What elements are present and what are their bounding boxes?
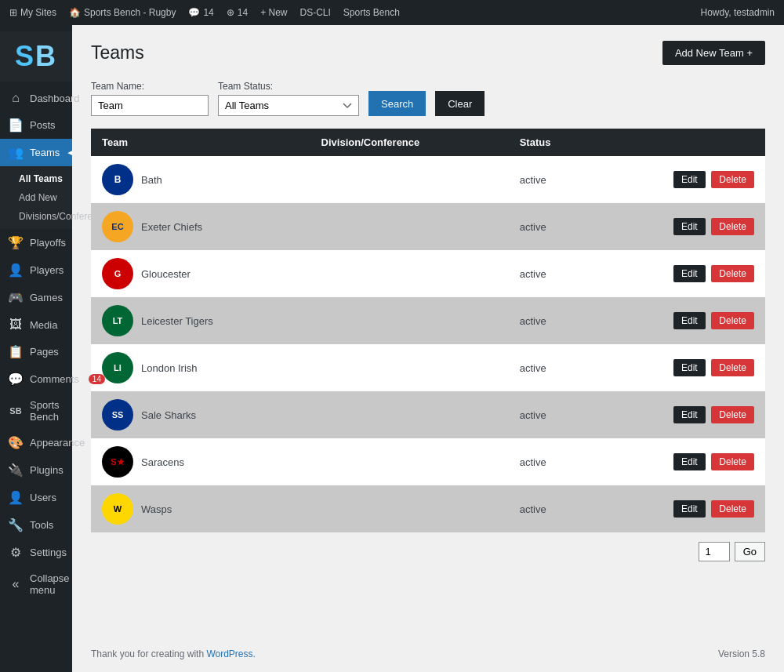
sidebar-players-label: Players (30, 264, 64, 276)
appearance-icon: 🎨 (8, 435, 24, 450)
adminbar-sports-bench[interactable]: Sports Bench (343, 7, 400, 18)
edit-button[interactable]: Edit (673, 171, 706, 188)
version-text: Version 5.8 (718, 648, 765, 659)
team-name: Wasps (141, 503, 172, 515)
team-logo: SS (102, 399, 133, 430)
teams-arrow: ◄ (66, 148, 74, 157)
sidebar-item-sports-bench[interactable]: SB Sports Bench (0, 393, 72, 429)
adminbar-updates[interactable]: ⊕ 14 (227, 7, 248, 18)
updates-icon: ⊕ (227, 7, 234, 18)
sidebar-item-pages[interactable]: 📋 Pages (0, 338, 72, 365)
sidebar-item-dashboard[interactable]: ⌂ Dashboard (0, 85, 72, 111)
adminbar-my-sites[interactable]: ⊞ My Sites (9, 7, 56, 18)
team-name-filter-group: Team Name: (91, 81, 209, 116)
delete-button[interactable]: Delete (711, 500, 754, 518)
sidebar-item-settings[interactable]: ⚙ Settings (0, 539, 72, 566)
edit-button[interactable]: Edit (673, 218, 706, 235)
sports-bench-icon: SB (8, 406, 24, 416)
sidebar: SB ⌂ Dashboard 📄 Posts 👥 Teams ◄ All Tea… (0, 25, 72, 672)
status-cell: active (509, 297, 597, 344)
actions-cell: Edit Delete (596, 250, 765, 297)
sidebar-item-tools[interactable]: 🔧 Tools (0, 511, 72, 539)
sidebar-collapse[interactable]: « Collapse menu (0, 566, 72, 602)
team-name: Saracens (141, 456, 184, 468)
sidebar-item-players[interactable]: 👤 Players (0, 256, 72, 284)
go-button[interactable]: Go (735, 542, 765, 561)
add-new-team-button[interactable]: Add New Team + (662, 41, 765, 65)
team-logo: G (102, 258, 133, 289)
adminbar-new[interactable]: + New (260, 7, 287, 18)
sidebar-item-media[interactable]: 🖼 Media (0, 311, 72, 338)
edit-button[interactable]: Edit (673, 453, 706, 470)
division-cell (310, 203, 509, 250)
team-status-select[interactable]: All Teams Active Inactive (218, 95, 359, 116)
division-cell (310, 391, 509, 438)
delete-button[interactable]: Delete (711, 406, 754, 423)
delete-button[interactable]: Delete (711, 312, 754, 329)
delete-button[interactable]: Delete (711, 265, 754, 282)
division-cell (310, 438, 509, 485)
status-cell: active (509, 485, 597, 532)
team-name: Sale Sharks (141, 409, 196, 421)
sidebar-item-games[interactable]: 🎮 Games (0, 284, 72, 311)
sidebar-item-playoffs[interactable]: 🏆 Playoffs (0, 229, 72, 256)
adminbar-ds-cli-label: DS-CLI (300, 7, 331, 18)
players-icon: 👤 (8, 263, 24, 278)
sidebar-item-users[interactable]: 👤 Users (0, 484, 72, 511)
sidebar-appearance-label: Appearance (30, 437, 85, 449)
sidebar-item-comments[interactable]: 💬 Comments 14 (0, 365, 72, 393)
adminbar-site-label: Sports Bench - Rugby (84, 7, 176, 18)
division-cell (310, 485, 509, 532)
sidebar-item-posts[interactable]: 📄 Posts (0, 111, 72, 139)
delete-button[interactable]: Delete (711, 218, 754, 235)
adminbar-updates-count: 14 (238, 7, 248, 18)
col-division: Division/Conference (310, 129, 509, 156)
sidebar-item-teams[interactable]: 👥 Teams ◄ (0, 139, 72, 166)
games-icon: 🎮 (8, 290, 24, 305)
edit-button[interactable]: Edit (673, 500, 706, 518)
teams-submenu: All Teams Add New Divisions/Conferences (0, 166, 72, 229)
submenu-all-teams[interactable]: All Teams (0, 169, 72, 188)
actions-cell: Edit Delete (596, 391, 765, 438)
adminbar-ds-cli[interactable]: DS-CLI (300, 7, 331, 18)
col-status: Status (509, 129, 597, 156)
team-cell: W Wasps (91, 485, 310, 532)
delete-button[interactable]: Delete (711, 359, 754, 376)
sidebar-item-plugins[interactable]: 🔌 Plugins (0, 456, 72, 484)
edit-button[interactable]: Edit (673, 312, 706, 329)
search-button[interactable]: Search (368, 91, 426, 116)
team-name: Bath (141, 174, 162, 186)
sidebar-item-appearance[interactable]: 🎨 Appearance (0, 429, 72, 456)
adminbar-howdy[interactable]: Howdy, testadmin (701, 7, 775, 18)
wordpress-link[interactable]: WordPress. (206, 648, 255, 659)
home-icon: 🏠 (69, 7, 81, 18)
delete-button[interactable]: Delete (711, 171, 754, 188)
sidebar-teams-label: Teams (30, 147, 60, 158)
adminbar-comments[interactable]: 💬 14 (188, 7, 213, 18)
sidebar-collapse-label: Collapse menu (30, 572, 70, 596)
playoffs-icon: 🏆 (8, 235, 24, 250)
division-cell (310, 250, 509, 297)
division-cell (310, 297, 509, 344)
clear-button[interactable]: Clear (435, 91, 485, 116)
team-logo: S★ (102, 446, 133, 478)
logo-text: SB (15, 40, 57, 73)
submenu-add-new[interactable]: Add New (0, 188, 72, 207)
teams-table: Team Division/Conference Status B Bath a… (91, 129, 765, 532)
admin-bar: ⊞ My Sites 🏠 Sports Bench - Rugby 💬 14 ⊕… (0, 0, 784, 25)
page-number-input[interactable] (699, 542, 730, 561)
status-cell: active (509, 391, 597, 438)
team-name-input[interactable] (91, 95, 209, 116)
footer: Thank you for creating with WordPress. V… (72, 636, 784, 672)
adminbar-site-name[interactable]: 🏠 Sports Bench - Rugby (69, 7, 176, 18)
edit-button[interactable]: Edit (673, 265, 706, 282)
edit-button[interactable]: Edit (673, 406, 706, 423)
delete-button[interactable]: Delete (711, 453, 754, 470)
table-row: W Wasps active Edit Delete (91, 485, 765, 532)
status-cell: active (509, 203, 597, 250)
team-cell: G Gloucester (91, 250, 310, 297)
sidebar-plugins-label: Plugins (30, 464, 64, 476)
submenu-divisions[interactable]: Divisions/Conferences (0, 207, 72, 226)
adminbar-comments-count: 14 (203, 7, 213, 18)
edit-button[interactable]: Edit (673, 359, 706, 376)
